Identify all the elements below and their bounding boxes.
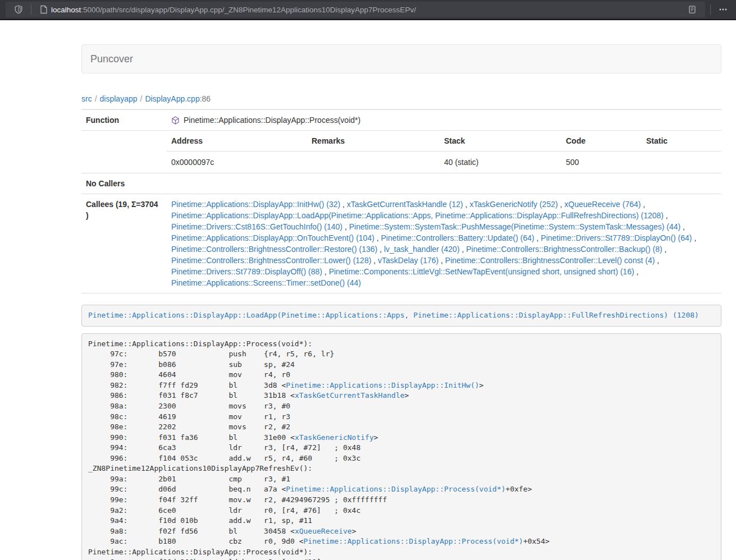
- callee-link[interactable]: Pinetime::Applications::DisplayApp::Load…: [171, 211, 664, 220]
- no-callers-cell: [167, 173, 721, 194]
- toolbar-divider: [710, 4, 711, 15]
- stats-row: Address Remarks Stack Code Static 0x0000…: [81, 131, 721, 173]
- callee-link[interactable]: Pinetime::Controllers::Battery::Update()…: [381, 233, 534, 242]
- column-header-stack: Stack: [440, 131, 561, 152]
- asm-symbol-link[interactable]: Pinetime::Applications::DisplayApp::Proc…: [304, 537, 523, 545]
- column-header-address: Address: [167, 131, 307, 152]
- callee-separator: ,: [460, 245, 467, 254]
- callee-separator: ,: [342, 222, 349, 231]
- page-container: Puncover src/displayapp/DisplayApp.cpp:8…: [81, 44, 721, 560]
- callee-separator: ,: [655, 256, 659, 265]
- no-callers-label: No Callers: [81, 173, 167, 194]
- url-text[interactable]: localhost:5000/path/src/displayapp/Displ…: [51, 6, 685, 14]
- function-name-cell: Pinetime::Applications::DisplayApp::Proc…: [167, 110, 721, 131]
- callee-separator: ,: [680, 222, 685, 231]
- app-navbar: Puncover: [81, 44, 721, 74]
- asm-symbol-link[interactable]: xQueueReceive: [295, 527, 352, 535]
- stats-table: Address Remarks Stack Code Static 0x0000…: [167, 131, 721, 173]
- breadcrumb-separator: /: [138, 94, 145, 103]
- remarks-value: [307, 152, 440, 173]
- code-value: 500: [561, 152, 642, 173]
- callee-separator: ,: [558, 200, 565, 209]
- callee-link[interactable]: Pinetime::Applications::Screens::Timer::…: [171, 278, 361, 287]
- callee-separator: ,: [662, 245, 667, 254]
- callee-separator: ,: [377, 245, 384, 254]
- url-bar[interactable]: localhost:5000/path/src/displayapp/Displ…: [6, 2, 705, 17]
- callee-link[interactable]: Pinetime::System::SystemTask::PushMessag…: [349, 222, 681, 231]
- callee-link[interactable]: vTaskDelay (176): [378, 256, 438, 265]
- function-label: Function: [81, 110, 167, 131]
- callee-separator: ,: [438, 256, 445, 265]
- callee-separator: ,: [322, 267, 329, 276]
- callee-link[interactable]: Pinetime::Applications::DisplayApp::Init…: [171, 200, 340, 209]
- callee-link[interactable]: Pinetime::Controllers::BrightnessControl…: [445, 256, 655, 265]
- callee-link[interactable]: xTaskGenericNotify (252): [469, 200, 557, 209]
- static-value: [642, 152, 721, 173]
- column-header-code: Code: [561, 131, 642, 152]
- callee-link[interactable]: Pinetime::Controllers::BrightnessControl…: [466, 245, 662, 254]
- callee-link[interactable]: Pinetime::Applications::DisplayApp::OnTo…: [171, 233, 374, 242]
- function-table: Function Pinetime::Applications::Display…: [81, 109, 721, 293]
- stats-table-cell: Address Remarks Stack Code Static 0x0000…: [167, 131, 721, 173]
- stats-row-spacer: [81, 131, 167, 173]
- callees-label: Callees (19, Σ=3704 ): [81, 194, 167, 293]
- assembly-code: Pinetime::Applications::DisplayApp::Proc…: [81, 333, 721, 560]
- url-host: localhost: [51, 6, 81, 14]
- loadapp-snippet-link[interactable]: Pinetime::Applications::DisplayApp::Load…: [88, 311, 699, 319]
- breadcrumb-link-displayapp[interactable]: displayapp: [100, 94, 138, 103]
- callee-link[interactable]: Pinetime::Controllers::BrightnessControl…: [171, 256, 371, 265]
- callee-separator: ,: [374, 233, 381, 242]
- breadcrumb: src/displayapp/DisplayApp.cpp:86: [81, 94, 721, 103]
- breadcrumb-line-number: :86: [200, 94, 211, 103]
- callee-separator: ,: [371, 256, 378, 265]
- page-icon[interactable]: [36, 2, 51, 17]
- breadcrumb-link-src[interactable]: src: [81, 94, 92, 103]
- stats-header-row: Address Remarks Stack Code Static: [167, 131, 721, 152]
- callee-link[interactable]: Pinetime::Components::LittleVgl::SetNewT…: [329, 267, 634, 276]
- function-row: Function Pinetime::Applications::Display…: [81, 110, 721, 131]
- callee-link[interactable]: Pinetime::Drivers::St7789::DisplayOn() (…: [541, 233, 692, 242]
- page-actions-menu-icon[interactable]: [716, 2, 730, 17]
- callee-link[interactable]: lv_task_handler (420): [384, 245, 460, 254]
- shield-icon[interactable]: [11, 2, 26, 17]
- breadcrumb-link-file[interactable]: DisplayApp.cpp: [145, 94, 199, 103]
- reader-mode-icon[interactable]: [685, 2, 700, 17]
- url-path: :5000/path/src/displayapp/DisplayApp.cpp…: [81, 6, 416, 14]
- callees-list: Pinetime::Applications::DisplayApp::Init…: [167, 194, 721, 293]
- callee-link[interactable]: Pinetime::Drivers::Cst816S::GetTouchInfo…: [171, 222, 342, 231]
- asm-symbol-link[interactable]: xTaskGetCurrentTaskHandle: [295, 391, 405, 400]
- symbol-cube-icon: [171, 116, 180, 125]
- callee-link[interactable]: xTaskGetCurrentTaskHandle (12): [347, 200, 463, 209]
- function-name: Pinetime::Applications::DisplayApp::Proc…: [184, 116, 360, 125]
- loadapp-snippet-block: Pinetime::Applications::DisplayApp::Load…: [81, 305, 721, 327]
- callee-separator: ,: [463, 200, 470, 209]
- urlbar-divider: [31, 4, 31, 15]
- asm-symbol-link[interactable]: Pinetime::Applications::DisplayApp::Proc…: [286, 485, 505, 493]
- callee-link[interactable]: xQueueReceive (764): [564, 200, 641, 209]
- address-value: 0x0000097c: [167, 152, 307, 173]
- callees-row: Callees (19, Σ=3704 ) Pinetime::Applicat…: [81, 194, 721, 293]
- browser-toolbar: localhost:5000/path/src/displayapp/Displ…: [0, 0, 736, 20]
- callee-separator: ,: [664, 211, 668, 220]
- callee-separator: ,: [692, 233, 697, 242]
- column-header-static: Static: [642, 131, 721, 152]
- stack-value: 40 (static): [440, 152, 561, 173]
- asm-symbol-link[interactable]: Pinetime::Applications::DisplayApp::Init…: [286, 381, 479, 389]
- breadcrumb-separator: /: [92, 94, 100, 103]
- callee-separator: ,: [534, 233, 541, 242]
- column-header-remarks: Remarks: [307, 131, 440, 152]
- callee-separator: ,: [634, 267, 639, 276]
- stats-value-row: 0x0000097c 40 (static) 500: [167, 152, 721, 173]
- callee-link[interactable]: Pinetime::Drivers::St7789::DisplayOff() …: [171, 267, 322, 276]
- callee-separator: ,: [641, 200, 645, 209]
- callee-separator: ,: [340, 200, 347, 209]
- callee-link[interactable]: Pinetime::Controllers::BrightnessControl…: [171, 245, 377, 254]
- no-callers-row: No Callers: [81, 173, 721, 194]
- asm-symbol-link[interactable]: xTaskGenericNotify: [295, 433, 374, 442]
- app-brand[interactable]: Puncover: [90, 53, 133, 65]
